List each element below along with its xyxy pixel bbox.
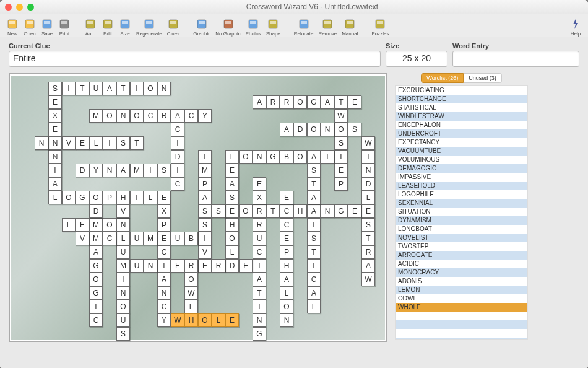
grid-cell[interactable]: C <box>307 273 321 286</box>
shape-button[interactable]: Shape <box>264 18 283 38</box>
grid-cell[interactable]: I <box>253 300 266 313</box>
save-button[interactable]: Save <box>38 18 56 38</box>
grid-cell[interactable]: V <box>198 245 212 259</box>
grid-cell[interactable]: N <box>253 150 266 164</box>
word-row[interactable]: ACIDIC <box>396 260 527 268</box>
grid-cell[interactable]: F <box>239 259 253 273</box>
grid-cell[interactable]: O <box>116 300 130 313</box>
grid-cell[interactable]: C <box>253 245 266 259</box>
grid-cell[interactable]: L <box>184 300 198 313</box>
grid-cell[interactable]: U <box>171 232 184 245</box>
grid-cell[interactable]: I <box>130 191 144 204</box>
grid-cell[interactable]: T <box>253 286 266 300</box>
word-row[interactable]: NOVELIST <box>396 234 527 242</box>
grid-size-input[interactable]: 25 x 20 <box>386 51 447 67</box>
grid-cell[interactable]: E <box>157 191 171 204</box>
new-button[interactable]: New <box>4 18 21 38</box>
tab-wordlist-[interactable]: Wordlist (26) <box>421 73 464 83</box>
grid-cell[interactable]: M <box>198 164 212 177</box>
grid-cell[interactable]: S <box>334 136 348 150</box>
grid-cell[interactable]: P <box>157 218 171 232</box>
grid-cell[interactable]: E <box>76 218 89 232</box>
grid-cell[interactable]: X <box>48 109 62 123</box>
grid-cell[interactable]: L <box>225 150 239 164</box>
grid-cell[interactable]: A <box>307 204 321 218</box>
grid-cell[interactable]: E <box>348 204 361 218</box>
grid-cell[interactable]: P <box>334 177 348 191</box>
word-row[interactable]: ARROGATE <box>396 251 527 260</box>
grid-cell[interactable]: C <box>280 204 293 218</box>
grid-cell[interactable]: A <box>225 177 239 191</box>
zoom-icon[interactable] <box>27 4 34 11</box>
grid-cell[interactable]: D <box>76 164 89 177</box>
grid-cell[interactable]: Y <box>157 313 171 327</box>
grid-cell[interactable]: S <box>361 218 375 232</box>
current-clue-input[interactable]: Entire <box>9 51 381 67</box>
grid-cell[interactable]: S <box>116 327 130 341</box>
grid-cell[interactable]: N <box>48 150 62 164</box>
edit-button[interactable]: Edit <box>99 18 116 38</box>
close-icon[interactable] <box>5 4 12 11</box>
grid-cell[interactable]: L <box>225 245 239 259</box>
word-row[interactable]: VOLUMINOUS <box>396 156 527 164</box>
grid-cell[interactable]: O <box>62 191 76 204</box>
grid-cell[interactable]: E <box>225 313 239 327</box>
grid-cell[interactable]: G <box>89 259 103 273</box>
grid-cell[interactable]: E <box>48 95 62 109</box>
grid-cell[interactable]: T <box>361 232 375 245</box>
grid-cell[interactable]: C <box>171 123 184 136</box>
grid-cell[interactable]: R <box>184 259 198 273</box>
grid-cell[interactable]: I <box>171 164 184 177</box>
word-row[interactable]: IMPASSIVE <box>396 173 527 182</box>
word-list[interactable]: EXCRUCIATINGSHORTCHANGESTATISTICALWINDLE… <box>395 85 528 340</box>
word-row[interactable]: SITUATION <box>396 208 527 216</box>
word-row[interactable]: STATISTICAL <box>396 103 527 112</box>
grid-cell[interactable]: G <box>89 286 103 300</box>
help-button[interactable]: Help <box>567 18 584 38</box>
grid-cell[interactable]: O <box>280 300 293 313</box>
grid-cell[interactable]: R <box>280 95 293 109</box>
grid-cell[interactable]: W <box>361 136 375 150</box>
grid-cell[interactable]: L <box>48 191 62 204</box>
word-row[interactable]: LEASEHOLD <box>396 182 527 190</box>
grid-cell[interactable]: O <box>130 109 144 123</box>
grid-cell[interactable]: I <box>144 164 157 177</box>
grid-cell[interactable]: C <box>280 218 293 232</box>
grid-cell[interactable]: O <box>307 123 321 136</box>
grid-cell[interactable]: D <box>89 204 103 218</box>
grid-cell[interactable]: H <box>293 204 307 218</box>
grid-cell[interactable]: P <box>198 177 212 191</box>
grid-cell[interactable]: T <box>334 150 348 164</box>
grid-cell[interactable]: S <box>48 82 62 95</box>
grid-cell[interactable]: N <box>116 109 130 123</box>
grid-cell[interactable]: Y <box>89 164 103 177</box>
grid-cell[interactable]: A <box>171 109 184 123</box>
grid-cell[interactable]: S <box>198 204 212 218</box>
grid-cell[interactable]: O <box>198 313 212 327</box>
grid-cell[interactable]: I <box>48 164 62 177</box>
grid-cell[interactable]: N <box>321 204 334 218</box>
remove-button[interactable]: Remove <box>316 18 339 38</box>
grid-cell[interactable]: W <box>184 286 198 300</box>
grid-cell[interactable]: D <box>225 259 239 273</box>
grid-cell[interactable]: O <box>293 95 307 109</box>
grid-cell[interactable]: I <box>103 136 116 150</box>
grid-cell[interactable]: C <box>103 232 116 245</box>
grid-cell[interactable]: N <box>361 164 375 177</box>
grid-cell[interactable]: O <box>103 109 116 123</box>
crossword-grid-panel[interactable]: SITUATIONEXENNIALARROGATEMONOCRACYCIDICW… <box>9 73 387 342</box>
grid-cell[interactable]: R <box>253 218 266 232</box>
grid-cell[interactable]: N <box>103 164 116 177</box>
grid-cell[interactable]: C <box>171 177 184 191</box>
grid-cell[interactable]: X <box>157 204 171 218</box>
grid-cell[interactable]: O <box>334 123 348 136</box>
grid-cell[interactable]: R <box>157 109 171 123</box>
grid-cell[interactable]: L <box>280 286 293 300</box>
word-row[interactable]: ADONIS <box>396 277 527 286</box>
word-row[interactable]: LEMON <box>396 286 527 294</box>
grid-cell[interactable]: T <box>321 150 334 164</box>
grid-cell[interactable]: I <box>198 150 212 164</box>
word-entry-input[interactable] <box>452 51 579 67</box>
grid-cell[interactable]: L <box>116 232 130 245</box>
grid-cell[interactable]: N <box>35 136 48 150</box>
